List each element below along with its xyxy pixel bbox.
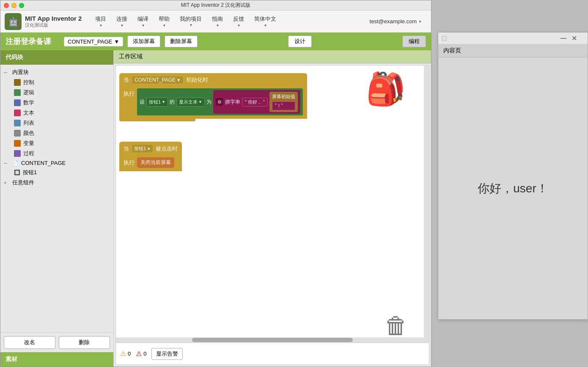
title-bar: MIT App Inventor 2 汉化测试版	[0, 0, 431, 11]
rename-button[interactable]: 改名	[4, 336, 55, 349]
join-label: 拼字串	[225, 99, 240, 106]
display-text-dropdown[interactable]: 显示文本 ▼	[176, 98, 205, 107]
preview-window: ─ ✕ 内容页 你好，user！	[438, 32, 588, 320]
user-menu[interactable]: test@example.com ▼	[365, 16, 427, 26]
workspace-header: 工作区域	[114, 50, 431, 63]
chevron-down-icon: ▼	[162, 100, 165, 104]
warning-icon-2: ⚠	[136, 350, 142, 358]
any-component-item[interactable]: + 任意组件	[0, 178, 113, 188]
workspace-area: 工作区域 当 CONTENT_PAGE ▼ 初始化时 执行	[114, 50, 431, 367]
collapse-icon: ─	[4, 161, 10, 166]
button1-label: 按钮1	[23, 169, 37, 176]
menu-language[interactable]: 简体中文 ▼	[249, 14, 281, 29]
page-file-icon: 📄	[12, 160, 19, 166]
expand-icon: +	[4, 180, 10, 185]
chevron-down-icon: ▼	[99, 24, 102, 27]
add-screen-button[interactable]: 添加屏幕	[127, 36, 160, 47]
menu-bar: 🤖 MIT App Inventor 2 汉化测试版 项目 ▼ 连接 ▼ 编译 …	[0, 11, 431, 33]
chevron-down-icon: ▼	[237, 24, 240, 27]
chevron-down-icon: ▼	[141, 24, 145, 27]
preview-content-text: 你好，user！	[478, 181, 548, 197]
logo-text: MIT App Inventor 2 汉化测试版	[25, 15, 82, 28]
join-gear-icon: ⚙	[216, 98, 223, 106]
preview-window-controls	[442, 36, 447, 41]
menu-project[interactable]: 项目 ▼	[90, 14, 111, 29]
minimize-icon[interactable]: ─	[561, 33, 566, 43]
menu-guide[interactable]: 指南 ▼	[207, 14, 228, 29]
menu-myprojects[interactable]: 我的项目 ▼	[175, 14, 207, 29]
maximize-button[interactable]	[19, 3, 24, 8]
string1-block[interactable]: " 你好， "	[242, 98, 268, 107]
click-event-group: 当 按钮1 ▼ 被点击时 执行 关闭当前屏幕	[119, 142, 182, 171]
close-icon[interactable]: ✕	[572, 34, 577, 42]
sidebar-header: 代码块	[0, 50, 113, 65]
built-in-toggle[interactable]: ─ 内置块	[0, 67, 113, 77]
screen-init-value-block[interactable]: 屏幕初始值 " ！ "	[269, 92, 298, 112]
category-logic[interactable]: 逻辑	[11, 88, 113, 98]
built-in-section: ─ 内置块 控制 逻辑 数学	[0, 65, 113, 190]
workspace-canvas[interactable]: 当 CONTENT_PAGE ▼ 初始化时 执行 设	[115, 65, 429, 365]
menu-compile[interactable]: 编译 ▼	[132, 14, 154, 29]
preview-title-bar: ─ ✕	[438, 33, 588, 44]
control-color-swatch	[14, 79, 21, 86]
category-math-label: 数学	[23, 99, 34, 107]
text-color-swatch	[14, 110, 21, 116]
project-toolbar: 注册登录备课 CONTENT_PAGE ▼ 添加屏幕 删除屏幕 设计 编程	[0, 33, 431, 50]
vertical-scrollbar[interactable]	[424, 66, 429, 342]
any-component-label: 任意组件	[12, 179, 34, 186]
project-title: 注册登录备课	[5, 36, 51, 47]
category-variable[interactable]: 变量	[11, 138, 113, 148]
remove-screen-button[interactable]: 删除屏幕	[165, 36, 198, 47]
init-event-label: 初始化时	[186, 76, 208, 84]
category-list-label: 列表	[23, 119, 34, 127]
preview-control-icon	[442, 36, 447, 41]
category-color[interactable]: 颜色	[11, 128, 113, 138]
chevron-down-icon: ▼	[264, 24, 267, 27]
button1-dropdown[interactable]: 按钮1 ▼	[146, 98, 168, 107]
procedure-color-swatch	[14, 150, 21, 157]
list-color-swatch	[14, 120, 21, 126]
scroll-thumb[interactable]	[192, 338, 353, 342]
backpack-icon: 🎒	[366, 73, 406, 105]
screen-selector[interactable]: CONTENT_PAGE ▼	[64, 37, 123, 47]
menu-connect[interactable]: 连接 ▼	[111, 14, 132, 29]
init-event-group: 当 CONTENT_PAGE ▼ 初始化时 执行 设	[119, 73, 307, 121]
sidebar-assets-header: 素材	[0, 352, 113, 367]
show-warnings-button[interactable]: 显示告警	[151, 348, 183, 360]
menu-help[interactable]: 帮助 ▼	[154, 14, 175, 29]
code-button[interactable]: 编程	[402, 36, 426, 47]
category-procedure[interactable]: 过程	[11, 148, 113, 159]
logo-title: MIT App Inventor 2	[25, 15, 82, 22]
screen-dropdown[interactable]: CONTENT_PAGE ▼	[132, 76, 184, 84]
category-control[interactable]: 控制	[11, 77, 113, 88]
string2-block[interactable]: " ！ "	[272, 101, 295, 110]
warning-item-2: ⚠ 0	[136, 350, 146, 358]
category-variable-label: 变量	[23, 140, 34, 147]
button1-click-dropdown[interactable]: 按钮1 ▼	[132, 144, 153, 153]
category-color-label: 颜色	[23, 129, 34, 137]
logic-color-swatch	[14, 89, 21, 96]
warning-count-1: 0	[128, 351, 131, 357]
horizontal-scrollbar[interactable]	[116, 337, 429, 342]
button1-item[interactable]: 🔲 按钮1	[11, 167, 113, 178]
category-text-label: 文本	[23, 109, 34, 117]
built-in-label: 内置块	[12, 68, 29, 76]
chevron-down-icon: ▼	[198, 100, 202, 104]
close-screen-block[interactable]: 关闭当前屏幕	[137, 157, 174, 168]
category-list[interactable]: 列表	[11, 118, 113, 128]
menu-feedback[interactable]: 反馈 ▼	[228, 14, 249, 29]
design-button[interactable]: 设计	[288, 36, 312, 47]
main-content: 代码块 ─ 内置块 控制 逻辑	[0, 50, 431, 367]
warning-icon-1: ⚠	[120, 350, 126, 358]
category-text[interactable]: 文本	[11, 108, 113, 118]
content-page-label: CONTENT_PAGE	[21, 160, 66, 166]
minimize-button[interactable]	[11, 3, 16, 8]
delete-button[interactable]: 删除	[59, 336, 110, 349]
category-procedure-label: 过程	[23, 150, 34, 157]
category-math[interactable]: 数学	[11, 98, 113, 108]
content-page-toggle[interactable]: ─ 📄 CONTENT_PAGE	[0, 159, 113, 167]
close-button[interactable]	[4, 3, 9, 8]
logo-subtitle: 汉化测试版	[25, 22, 82, 28]
sidebar: 代码块 ─ 内置块 控制 逻辑	[0, 50, 114, 367]
color-color-swatch	[14, 130, 21, 137]
